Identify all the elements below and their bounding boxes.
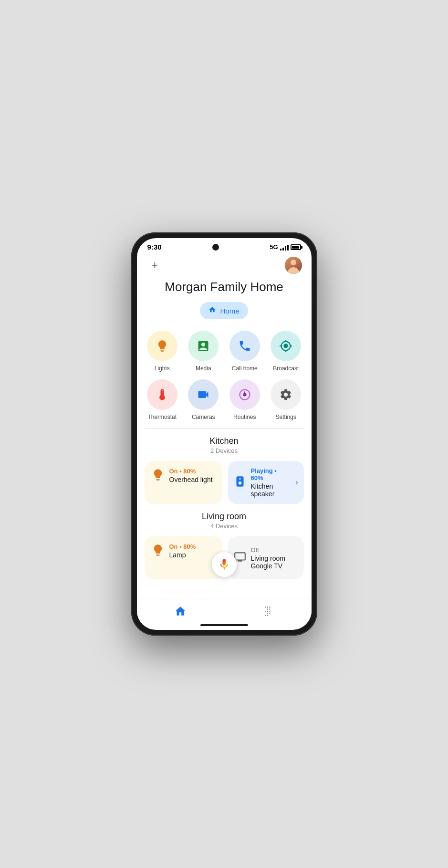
status-bar: 9:30 5G xyxy=(137,238,312,253)
add-icon: + xyxy=(152,259,158,272)
app-header: + xyxy=(137,253,312,274)
signal-bars xyxy=(280,244,289,251)
mic-icon xyxy=(218,558,231,571)
action-cameras[interactable]: Cameras xyxy=(184,379,223,420)
media-label: Media xyxy=(196,365,211,372)
call-home-circle xyxy=(229,331,260,361)
add-button[interactable]: + xyxy=(146,257,164,274)
avatar[interactable] xyxy=(285,257,302,274)
scroll-content: + Morgan Family Home Home xyxy=(137,253,312,598)
lamp-row: On • 80% Lamp xyxy=(151,543,216,559)
page-title: Morgan Family Home xyxy=(137,274,312,302)
svg-point-4 xyxy=(239,478,240,480)
routines-circle xyxy=(229,379,260,410)
battery-fill xyxy=(292,246,299,249)
home-chip-container: Home xyxy=(137,302,312,319)
status-icons: 5G xyxy=(270,243,301,251)
cameras-label: Cameras xyxy=(192,414,215,420)
broadcast-label: Broadcast xyxy=(273,365,299,372)
lights-label: Lights xyxy=(155,365,170,372)
action-broadcast[interactable]: Broadcast xyxy=(266,331,306,372)
nav-home-icon xyxy=(174,605,187,617)
overhead-light-row: On • 80% Overhead light xyxy=(151,468,216,483)
bar4 xyxy=(287,245,289,251)
section-divider xyxy=(145,428,304,429)
phone-screen: 9:30 5G + xyxy=(137,238,312,630)
google-tv-status: Off xyxy=(251,546,298,554)
kitchen-speaker-info: Playing • 60% Kitchen speaker xyxy=(251,467,291,498)
kitchen-count: 2 Devices xyxy=(145,447,304,454)
kitchen-devices-row: On • 80% Overhead light xyxy=(145,461,304,504)
broadcast-circle xyxy=(271,331,301,361)
status-time: 9:30 xyxy=(147,243,162,251)
kitchen-speaker-name: Kitchen speaker xyxy=(251,482,291,498)
bar3 xyxy=(285,246,286,251)
network-label: 5G xyxy=(270,243,278,251)
speaker-icon xyxy=(234,475,246,490)
lamp-icon xyxy=(151,544,165,559)
svg-point-3 xyxy=(238,481,241,485)
thermostat-label: Thermostat xyxy=(147,414,177,420)
overhead-light-name: Overhead light xyxy=(169,476,213,483)
action-routines[interactable]: Routines xyxy=(225,379,265,420)
chevron-right-icon: › xyxy=(295,478,298,487)
bottom-nav xyxy=(137,598,312,622)
home-chip-icon xyxy=(208,306,216,315)
overhead-light-card[interactable]: On • 80% Overhead light xyxy=(145,461,222,504)
overhead-light-status: On • 80% xyxy=(169,468,213,475)
light-icon xyxy=(151,468,165,483)
living-room-count: 4 Devices xyxy=(145,523,304,530)
nav-routines-icon xyxy=(261,605,274,617)
overhead-light-info: On • 80% Overhead light xyxy=(169,468,213,483)
nav-home[interactable] xyxy=(165,603,196,619)
action-lights[interactable]: Lights xyxy=(143,331,182,372)
cameras-circle xyxy=(188,379,219,410)
kitchen-speaker-card[interactable]: Playing • 60% Kitchen speaker › xyxy=(228,461,304,504)
actions-grid: Lights Media xyxy=(137,331,312,420)
camera-dot xyxy=(212,244,219,251)
kitchen-section: Kitchen 2 Devices On • 80% xyxy=(137,436,312,504)
bottom-padding xyxy=(137,587,312,598)
avatar-image xyxy=(285,257,302,274)
nav-routines[interactable] xyxy=(252,603,283,619)
home-bar xyxy=(137,622,312,630)
google-tv-info: Off Living roomGoogle TV xyxy=(251,546,298,570)
lights-circle xyxy=(147,331,177,361)
home-chip-label: Home xyxy=(220,307,239,315)
settings-label: Settings xyxy=(276,414,296,420)
thermostat-circle xyxy=(147,379,177,410)
call-home-label: Call home xyxy=(232,365,258,372)
phone-frame: 9:30 5G + xyxy=(131,232,317,636)
home-bar-line xyxy=(200,624,248,626)
google-tv-card[interactable]: Off Living roomGoogle TV xyxy=(228,536,304,579)
media-circle xyxy=(188,331,219,361)
google-tv-name: Living roomGoogle TV xyxy=(251,554,298,570)
routines-label: Routines xyxy=(233,414,256,420)
battery-icon xyxy=(291,244,301,250)
kitchen-speaker-status: Playing • 60% xyxy=(251,467,291,481)
home-chip[interactable]: Home xyxy=(200,302,248,319)
bar2 xyxy=(282,248,284,251)
lamp-info: On • 80% Lamp xyxy=(169,543,196,559)
action-call-home[interactable]: Call home xyxy=(225,331,265,372)
mic-button[interactable] xyxy=(212,552,237,577)
settings-circle xyxy=(271,379,301,410)
kitchen-title: Kitchen xyxy=(145,436,304,446)
living-room-title: Living room xyxy=(145,512,304,522)
action-settings[interactable]: Settings xyxy=(266,379,306,420)
lamp-name: Lamp xyxy=(169,551,196,559)
action-media[interactable]: Media xyxy=(184,331,223,372)
action-thermostat[interactable]: Thermostat xyxy=(143,379,182,420)
lamp-card[interactable]: On • 80% Lamp xyxy=(145,536,222,579)
bar1 xyxy=(280,249,281,251)
lamp-status: On • 80% xyxy=(169,543,196,550)
